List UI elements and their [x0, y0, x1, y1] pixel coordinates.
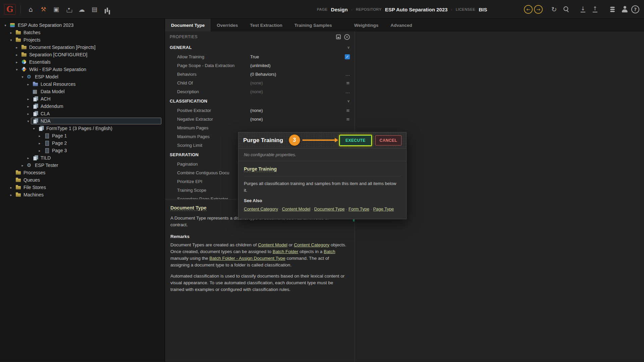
tab-overrides[interactable]: Overrides [211, 19, 244, 32]
download-icon[interactable] [578, 4, 588, 15]
tools-icon[interactable] [38, 4, 49, 15]
chevron-right-icon[interactable]: ▸ [8, 193, 14, 197]
see-also-link-document-type[interactable]: Document Type [314, 206, 345, 212]
chevron-right-icon[interactable]: ▸ [37, 149, 42, 153]
tree-item-esp-tester[interactable]: ▸ESP Tester [0, 162, 165, 169]
see-also-link-form-type[interactable]: Form Type [348, 206, 369, 212]
section-header-general[interactable]: GENERAL∨ [165, 42, 355, 52]
property-value[interactable]: (none) [250, 89, 341, 94]
tree-item-processes[interactable]: Processes [0, 169, 165, 176]
tree-item-local-resources[interactable]: ▸Local Resources [0, 80, 165, 88]
tree-item-esp-auto-separation-2023[interactable]: ▾ESP Auto Separation 2023 [0, 21, 165, 29]
tree-item-wiki-esp-auto-separation[interactable]: ▾Wiki - ESP Auto Separation [0, 66, 165, 73]
ellipsis-button[interactable]: … [345, 89, 350, 94]
chevron-right-icon[interactable]: ▸ [20, 164, 25, 167]
menu-button[interactable]: ≡ [346, 108, 350, 113]
property-value[interactable]: (0 Behaviors) [250, 72, 341, 77]
doc-link-batch[interactable]: Batch [324, 249, 335, 254]
tree-item-queues[interactable]: Queues [0, 176, 165, 184]
upload-icon[interactable] [590, 4, 600, 15]
execute-button[interactable]: EXECUTE [340, 135, 371, 145]
docs-title-link[interactable]: Document Type [170, 205, 207, 211]
chevron-right-icon[interactable]: ▸ [8, 186, 14, 189]
tree-item-separation-configured[interactable]: ▸Separation [CONFIGURED] [0, 51, 165, 58]
property-value[interactable]: (none) [250, 80, 341, 85]
property-value[interactable]: (unlimited) [250, 63, 341, 68]
section-header-classification[interactable]: CLASSIFICATION∨ [165, 96, 355, 106]
tree-item-essentials[interactable]: ▸Essentials [0, 58, 165, 66]
tab-document-type[interactable]: Document Type [165, 19, 211, 32]
chevron-right-icon[interactable]: ▸ [37, 134, 42, 138]
cancel-button[interactable]: CANCEL [375, 135, 401, 145]
property-value[interactable]: (none) [250, 108, 341, 113]
refresh-icon[interactable] [549, 4, 559, 15]
tree-item-file-stores[interactable]: ▸File Stores [0, 184, 165, 191]
tree-item-esp-model[interactable]: ▾ESP Model [0, 73, 165, 80]
tree-item-page-3[interactable]: ▸Page 3 [0, 147, 165, 154]
db-icon[interactable] [607, 4, 618, 15]
search-icon[interactable] [561, 4, 572, 15]
checkbox-checked-icon[interactable]: ✓ [345, 54, 350, 59]
doc-link-content-category[interactable]: Content Category [294, 242, 329, 247]
report-icon[interactable] [89, 4, 100, 15]
help-title-link[interactable]: Purge Training [244, 166, 277, 172]
tree-item-page-1[interactable]: ▸Page 1 [0, 132, 165, 139]
archive-icon[interactable] [51, 4, 62, 15]
back-icon[interactable] [524, 5, 533, 14]
tree-item-ach[interactable]: ▸ACH [0, 95, 165, 103]
doc-link-batch-folder[interactable]: Batch Folder [273, 249, 299, 254]
close-icon[interactable]: × [344, 34, 350, 40]
tree-item-nda[interactable]: ▾NDA [0, 117, 165, 125]
property-value[interactable]: True [250, 54, 341, 59]
tab-advanced[interactable]: Advanced [384, 19, 418, 32]
chevron-down-icon[interactable]: ▾ [31, 127, 37, 130]
tree-item-tild[interactable]: ▸TILD [0, 154, 165, 162]
chevron-right-icon[interactable]: ▸ [25, 97, 31, 101]
stats-icon[interactable] [102, 4, 113, 15]
tree-item-batches[interactable]: ▸Batches [0, 29, 165, 36]
doc-link-batch-folder-assign-document-type[interactable]: Batch Folder - Assign Document Type [209, 256, 285, 261]
chevron-right-icon[interactable]: ▸ [14, 53, 19, 57]
chevron-right-icon[interactable]: ▸ [25, 105, 31, 108]
grooper-logo[interactable]: G [4, 4, 16, 15]
chevron-right-icon[interactable]: ▸ [8, 31, 14, 35]
tree-item-formtype-1-3-pages-english[interactable]: ▾FormType 1 (3 Pages / English) [0, 125, 165, 132]
chevron-right-icon[interactable]: ▸ [14, 46, 19, 49]
chevron-down-icon[interactable]: ▾ [25, 119, 31, 123]
chevron-down-icon[interactable]: ▾ [3, 23, 8, 27]
menu-button[interactable]: ≡ [346, 117, 350, 122]
see-also-link-content-category[interactable]: Content Category [244, 206, 278, 212]
doc-link-content-model[interactable]: Content Model [258, 242, 287, 247]
chevron-right-icon[interactable]: ▸ [37, 141, 42, 145]
user-icon[interactable] [619, 4, 630, 15]
see-also-link-content-model[interactable]: Content Model [282, 206, 310, 212]
tree-item-page-2[interactable]: ▸Page 2 [0, 139, 165, 147]
tab-test-extraction[interactable]: Test Extraction [244, 19, 288, 32]
tree-item-addendum[interactable]: ▸Addendum [0, 103, 165, 110]
tree-item-cla[interactable]: ▸CLA [0, 110, 165, 117]
tree-item-document-separation-projects[interactable]: ▸Document Separation [Projects] [0, 44, 165, 51]
tree-item-projects[interactable]: ▾Projects [0, 36, 165, 44]
ellipsis-button[interactable]: … [345, 72, 350, 77]
chevron-right-icon[interactable]: ▸ [14, 60, 19, 64]
tab-weightings[interactable]: Weightings [348, 19, 385, 32]
repository-value[interactable]: ESP Auto Separation 2023 [385, 7, 448, 12]
chevron-right-icon[interactable]: ▸ [25, 112, 31, 116]
help-icon[interactable] [631, 5, 639, 13]
save-icon[interactable] [336, 35, 341, 39]
chevron-right-icon[interactable]: ▸ [25, 156, 31, 160]
page-value[interactable]: Design [331, 7, 348, 12]
cloud-icon[interactable] [76, 4, 87, 15]
property-value[interactable]: (none) [250, 117, 341, 122]
tree-item-data-model[interactable]: Data Model [0, 88, 165, 95]
see-also-link-page-type[interactable]: Page Type [373, 206, 394, 212]
menu-button[interactable]: ≡ [346, 80, 350, 85]
tab-training-samples[interactable]: Training Samples [288, 19, 338, 32]
chevron-down-icon[interactable]: ▾ [20, 75, 25, 79]
home-icon[interactable] [25, 4, 36, 15]
chevron-down-icon[interactable]: ▾ [8, 38, 14, 42]
chevron-down-icon[interactable]: ▾ [14, 68, 19, 71]
inbox-icon[interactable] [64, 4, 74, 15]
tree-item-machines[interactable]: ▸Machines [0, 191, 165, 198]
chevron-right-icon[interactable]: ▸ [25, 82, 31, 86]
